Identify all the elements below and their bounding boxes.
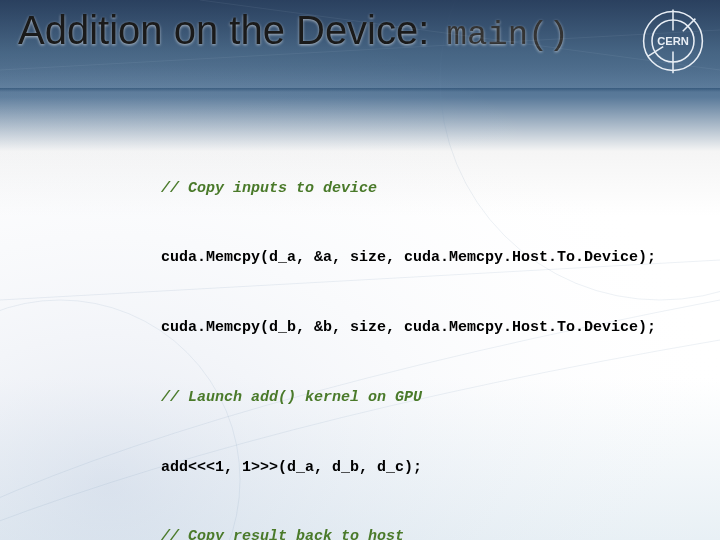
cern-logo: CERN xyxy=(638,6,708,76)
svg-line-10 xyxy=(648,47,663,57)
svg-line-9 xyxy=(683,19,696,32)
title-function-name: main() xyxy=(447,16,569,54)
cern-logo-text: CERN xyxy=(657,35,689,47)
code-comment: // Copy result back to host xyxy=(105,525,710,540)
code-block: // Copy inputs to device cuda.Memcpy(d_a… xyxy=(105,130,710,540)
slide-title: Addition on the Device: main() xyxy=(18,8,569,54)
code-comment: // Copy inputs to device xyxy=(105,177,710,200)
title-main-text: Addition on the Device: xyxy=(18,8,429,52)
code-stmt: add<<<1, 1>>>(d_a, d_b, d_c); xyxy=(105,456,710,479)
code-stmt: cuda.Memcpy(d_b, &b, size, cuda.Memcpy.H… xyxy=(105,316,710,339)
slide-header: Addition on the Device: main() CERN xyxy=(0,0,720,88)
code-stmt: cuda.Memcpy(d_a, &a, size, cuda.Memcpy.H… xyxy=(105,246,710,269)
code-comment: // Launch add() kernel on GPU xyxy=(105,386,710,409)
